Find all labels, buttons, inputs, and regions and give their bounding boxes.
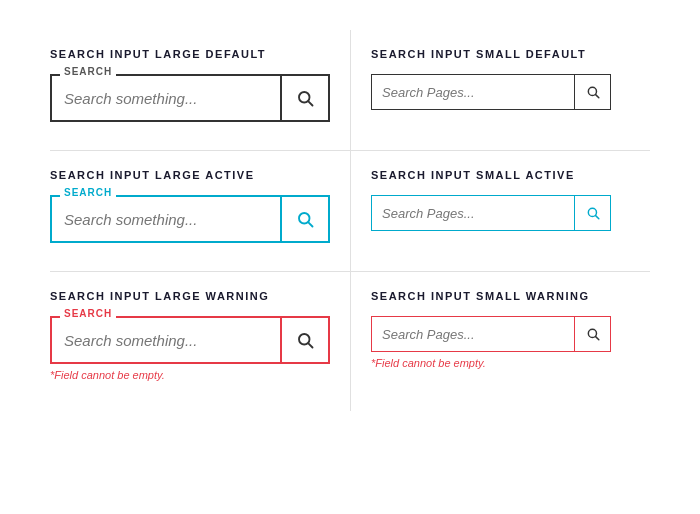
search-icon (296, 210, 314, 228)
search-button-small-warning[interactable] (574, 317, 610, 351)
search-input-large-warning[interactable] (52, 318, 280, 362)
search-button-small-active[interactable] (574, 196, 610, 230)
svg-line-11 (595, 337, 598, 340)
section-large-active: SEARCH INPUT LARGE ACTIVE SEARCH (30, 151, 350, 271)
search-input-large-warning-container (50, 316, 330, 364)
search-large-active-wrapper: SEARCH (50, 195, 330, 243)
search-button-large-warning[interactable] (280, 318, 328, 362)
search-label-large-active: SEARCH (60, 187, 116, 198)
section-small-warning: SEARCH INPUT SMALL WARNING *Field cannot… (350, 272, 670, 411)
search-label-large-warning: SEARCH (60, 308, 116, 319)
search-icon (586, 206, 600, 220)
search-icon (296, 89, 314, 107)
section-title-large-default: SEARCH INPUT LARGE DEFAULT (50, 48, 330, 60)
search-icon (586, 85, 600, 99)
svg-line-5 (308, 222, 312, 226)
search-icon (586, 327, 600, 341)
search-input-large-default-container (50, 74, 330, 122)
search-input-large-active-container (50, 195, 330, 243)
search-icon (296, 331, 314, 349)
search-large-default-wrapper: SEARCH (50, 74, 330, 122)
section-large-default: SEARCH INPUT LARGE DEFAULT SEARCH (30, 30, 350, 150)
section-title-small-warning: SEARCH INPUT SMALL WARNING (371, 290, 650, 302)
search-input-small-active[interactable] (372, 196, 574, 230)
search-button-large-default[interactable] (280, 76, 328, 120)
search-large-warning-wrapper: SEARCH *Field cannot be empty. (50, 316, 330, 381)
svg-line-9 (308, 343, 312, 347)
section-title-small-active: SEARCH INPUT SMALL ACTIVE (371, 169, 650, 181)
section-large-warning: SEARCH INPUT LARGE WARNING SEARCH *Field… (30, 272, 350, 411)
section-title-large-warning: SEARCH INPUT LARGE WARNING (50, 290, 330, 302)
search-button-large-active[interactable] (280, 197, 328, 241)
svg-line-7 (595, 216, 598, 219)
warning-text-large: *Field cannot be empty. (50, 369, 330, 381)
search-small-active-wrapper (371, 195, 611, 231)
search-small-default-wrapper (371, 74, 611, 110)
search-input-small-default[interactable] (372, 75, 574, 109)
search-input-large-default[interactable] (52, 76, 280, 120)
warning-text-small: *Field cannot be empty. (371, 357, 650, 369)
section-title-large-active: SEARCH INPUT LARGE ACTIVE (50, 169, 330, 181)
main-grid: SEARCH INPUT LARGE DEFAULT SEARCH SEARCH… (30, 30, 670, 411)
search-input-large-active[interactable] (52, 197, 280, 241)
svg-line-3 (595, 95, 598, 98)
svg-line-1 (308, 101, 312, 105)
search-small-warning-wrapper (371, 316, 611, 352)
search-label-large-default: SEARCH (60, 66, 116, 77)
section-small-active: SEARCH INPUT SMALL ACTIVE (350, 151, 670, 271)
section-title-small-default: SEARCH INPUT SMALL DEFAULT (371, 48, 650, 60)
section-small-default: SEARCH INPUT SMALL DEFAULT (350, 30, 670, 150)
search-input-small-warning[interactable] (372, 317, 574, 351)
search-button-small-default[interactable] (574, 75, 610, 109)
